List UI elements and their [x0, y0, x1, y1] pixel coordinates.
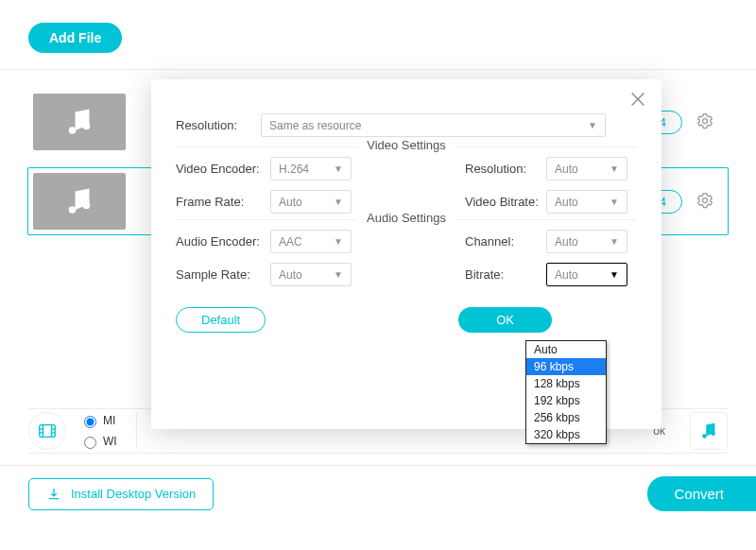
settings-gear-icon[interactable] [696, 191, 714, 213]
audio-bitrate-select[interactable]: Auto▼ [546, 263, 627, 286]
audio-settings-divider: Audio Settings [176, 219, 637, 220]
svg-rect-6 [40, 425, 56, 438]
bitrate-option[interactable]: 96 kbps [526, 358, 606, 375]
svg-point-2 [703, 118, 708, 123]
svg-point-7 [702, 434, 707, 438]
bitrate-option[interactable]: 192 kbps [526, 392, 606, 409]
bitrate-option[interactable]: 256 kbps [526, 409, 606, 426]
audio-settings-heading: Audio Settings [357, 211, 455, 225]
add-file-button[interactable]: Add File [28, 23, 122, 53]
audio-bitrate-dropdown[interactable]: Auto96 kbps128 kbps192 kbps256 kbps320 k… [525, 340, 607, 444]
video-settings-divider: Video Settings [176, 146, 637, 147]
convert-button[interactable]: Convert [647, 476, 756, 511]
output-radio-group: MI WI [79, 413, 117, 449]
install-desktop-button[interactable]: Install Desktop Version [28, 478, 214, 510]
svg-point-3 [69, 206, 77, 214]
ok-button[interactable]: OK [458, 307, 552, 333]
svg-point-8 [711, 431, 715, 436]
frame-rate-label: Frame Rate: [176, 195, 270, 209]
svg-point-5 [703, 198, 708, 202]
settings-gear-icon[interactable] [696, 112, 714, 133]
download-icon [46, 487, 61, 502]
bitrate-option[interactable]: Auto [526, 341, 606, 358]
video-bitrate-label: Video Bitrate: [465, 195, 546, 209]
resolution-label: Resolution: [176, 118, 261, 132]
sample-rate-label: Sample Rate: [176, 267, 270, 282]
divider [136, 412, 137, 450]
video-format-icon[interactable] [28, 412, 66, 450]
video-encoder-select[interactable]: H.264▼ [270, 157, 352, 180]
audio-format-icon[interactable] [690, 412, 728, 450]
video-resolution-select[interactable]: Auto▼ [546, 157, 627, 180]
resolution-select[interactable]: Same as resource▼ [261, 113, 606, 137]
file-thumbnail-music-icon [33, 173, 126, 230]
resolution-row: Resolution: Same as resource▼ [176, 113, 637, 137]
audio-encoder-label: Audio Encoder: [176, 234, 270, 249]
output-radio-option-2[interactable]: WI [79, 434, 117, 449]
install-desktop-label: Install Desktop Version [71, 487, 196, 501]
output-radio-option-1[interactable]: MI [79, 413, 117, 428]
video-resolution-label: Resolution: [465, 162, 546, 176]
bitrate-option[interactable]: 128 kbps [526, 375, 606, 392]
video-bitrate-select[interactable]: Auto▼ [546, 190, 627, 214]
video-encoder-label: Video Encoder: [176, 162, 270, 176]
svg-point-1 [83, 123, 91, 130]
svg-point-4 [83, 202, 91, 210]
audio-encoder-select[interactable]: AAC▼ [270, 230, 352, 253]
file-thumbnail-music-icon [33, 94, 126, 150]
topbar: Add File [0, 0, 756, 70]
svg-point-0 [69, 127, 77, 134]
sample-rate-select[interactable]: Auto▼ [270, 263, 352, 286]
bitrate-option[interactable]: 320 kbps [526, 426, 606, 443]
channel-label: Channel: [465, 234, 546, 249]
video-settings-heading: Video Settings [357, 138, 455, 152]
default-button[interactable]: Default [176, 307, 266, 333]
audio-bitrate-label: Bitrate: [465, 267, 546, 282]
frame-rate-select[interactable]: Auto▼ [270, 190, 352, 214]
channel-select[interactable]: Auto▼ [546, 230, 627, 253]
footer: Install Desktop Version Convert [0, 465, 756, 522]
close-icon[interactable] [627, 89, 648, 112]
